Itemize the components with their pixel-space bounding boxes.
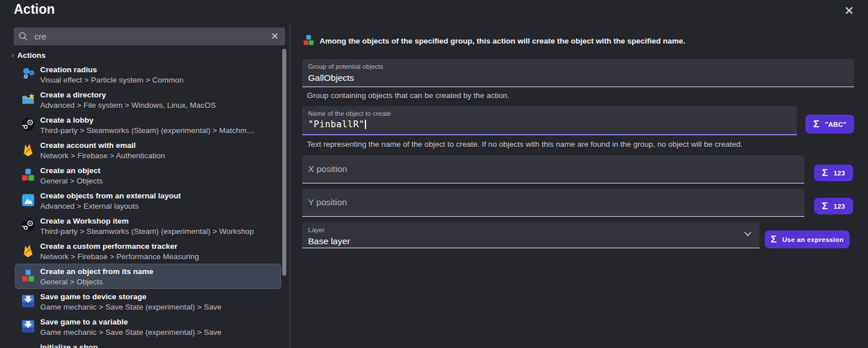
action-list-item[interactable]: Save game to device storageGame mechanic… <box>15 289 281 314</box>
action-item-title: Create a directory <box>40 89 216 100</box>
objects-cubes-icon <box>21 268 36 283</box>
save-icon <box>21 319 36 334</box>
scrollbar-thumb[interactable] <box>282 49 286 276</box>
action-item-path: Third-party > Steamworks (Steam) (experi… <box>40 226 254 237</box>
actions-section-label: Actions <box>17 51 46 60</box>
sigma-icon: Σ <box>771 234 777 244</box>
action-item-path: General > Objects <box>40 176 103 186</box>
action-item-path: Network > Firebase > Performance Measuri… <box>40 252 199 262</box>
x-position-field[interactable] <box>302 155 804 183</box>
page-title: Action <box>14 0 55 18</box>
group-field-label: Group of potential objects <box>308 63 383 71</box>
particle-system-icon <box>21 67 36 81</box>
sigma-icon: Σ <box>813 119 819 129</box>
chevron-down-icon <box>744 232 752 237</box>
sigma-icon: Σ <box>822 201 828 211</box>
action-item-title: Create account with email <box>40 140 165 151</box>
objects-cubes-icon <box>302 34 315 46</box>
name-field-label: Name of the object to create <box>308 110 391 118</box>
action-list-item[interactable]: Create an objectGeneral > Objects <box>15 163 281 188</box>
clear-search-icon[interactable]: ✕ <box>269 32 281 41</box>
action-item-title: Create a Workshop item <box>40 216 254 226</box>
action-list: Creation radiusVisual effect > Particle … <box>15 62 281 348</box>
actions-section-header[interactable]: › Actions <box>8 50 46 60</box>
action-list-item[interactable]: Creation radiusVisual effect > Particle … <box>15 62 281 87</box>
action-item-title: Creation radius <box>40 64 184 75</box>
action-item-path: Game mechanic > Save State (experimental… <box>40 327 221 338</box>
steam-icon <box>21 117 36 132</box>
x-expression-button[interactable]: Σ 123 <box>814 165 853 181</box>
object-name-field[interactable]: Name of the object to create "PinballR" <box>302 106 797 135</box>
x-position-input[interactable] <box>308 155 790 183</box>
action-item-path: Third-party > Steamworks (Steam) (experi… <box>40 126 255 136</box>
layer-select-field[interactable]: Layer Base layer <box>302 222 760 248</box>
external-layout-icon <box>21 193 36 208</box>
search-box[interactable]: ✕ <box>14 28 285 45</box>
name-field-helper: Text representing the name of the object… <box>307 139 852 149</box>
action-item-path: Game mechanic > Save State (experimental… <box>40 302 221 312</box>
action-item-path: Advanced > File system > Windows, Linux,… <box>40 100 216 111</box>
action-list-item[interactable]: Save game to a variableGame mechanic > S… <box>15 314 281 339</box>
action-item-path: Network > Firebase > Authentication <box>40 151 165 161</box>
action-list-item[interactable]: Create a custom performance trackerNetwo… <box>15 238 281 264</box>
steam-icon <box>21 218 36 233</box>
action-item-title: Save game to a variable <box>40 316 221 327</box>
action-item-title: Create a lobby <box>40 115 255 126</box>
firebase-icon <box>21 243 36 258</box>
close-icon[interactable]: ✕ <box>840 1 858 19</box>
action-list-item[interactable]: Create a lobbyThird-party > Steamworks (… <box>15 112 281 138</box>
action-item-title: Initialize a shop <box>40 342 98 348</box>
search-icon <box>18 32 28 41</box>
folder-star-icon <box>21 92 36 107</box>
none <box>21 344 36 348</box>
tree-expand-icon: › <box>8 50 17 60</box>
group-of-objects-field[interactable]: Group of potential objects GallObjects <box>302 59 854 87</box>
action-item-title: Create objects from an external layout <box>40 190 181 201</box>
action-list-item[interactable]: Create objects from an external layoutAd… <box>15 188 281 213</box>
panel-divider <box>290 24 290 348</box>
group-field-value: GallObjects <box>308 72 354 83</box>
y-position-input[interactable] <box>308 189 790 216</box>
string-expression-button[interactable]: Σ "ABC" <box>805 115 854 134</box>
action-item-title: Save game to device storage <box>40 291 221 302</box>
layer-field-value: Base layer <box>308 236 350 247</box>
y-expression-button[interactable]: Σ 123 <box>814 198 853 214</box>
text-caret <box>365 120 366 129</box>
action-item-title: Create an object <box>40 165 103 176</box>
action-list-item[interactable]: Create account with emailNetwork > Fireb… <box>15 138 281 163</box>
y-position-field[interactable] <box>302 189 804 217</box>
layer-expression-button[interactable]: Σ Use an expression <box>765 230 850 248</box>
search-input[interactable] <box>33 31 269 42</box>
action-list-item[interactable]: Initialize a shop <box>15 339 281 348</box>
name-field-value: "PinballR" <box>308 119 366 130</box>
save-icon <box>21 294 36 308</box>
firebase-icon <box>21 142 36 157</box>
action-description: Among the objects of the specified group… <box>320 36 865 46</box>
action-item-path: Advanced > External layouts <box>40 201 181 212</box>
group-field-helper: Group containing objects that can be cre… <box>307 91 509 100</box>
action-list-item[interactable]: Create a directoryAdvanced > File system… <box>15 87 281 112</box>
action-list-item[interactable]: Create an object from its nameGeneral > … <box>15 264 281 289</box>
action-item-title: Create a custom performance tracker <box>40 241 199 252</box>
sigma-icon: Σ <box>822 168 828 178</box>
action-list-item[interactable]: Create a Workshop itemThird-party > Stea… <box>15 213 281 238</box>
action-item-path: General > Objects <box>40 277 153 287</box>
layer-field-label: Layer <box>308 226 325 234</box>
action-item-title: Create an object from its name <box>40 266 153 277</box>
action-item-path: Visual effect > Particle system > Common <box>40 75 184 85</box>
objects-cubes-icon <box>21 167 36 182</box>
